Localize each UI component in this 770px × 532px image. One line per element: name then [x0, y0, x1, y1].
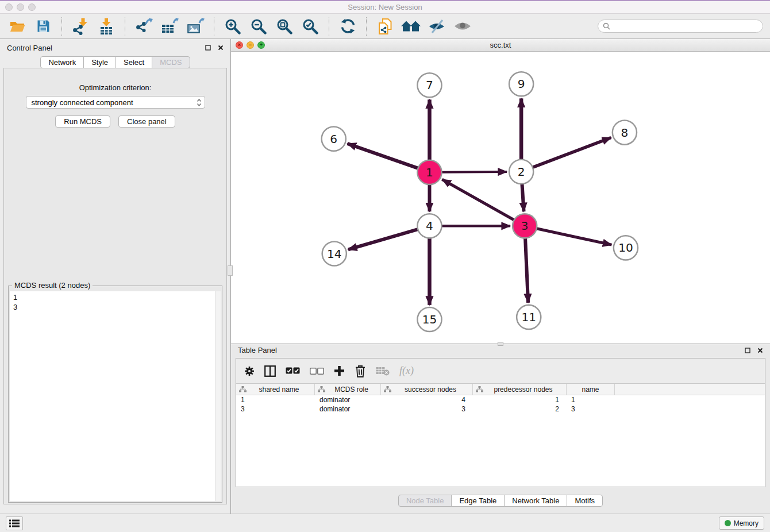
hide-graphics-details-button[interactable]	[426, 16, 447, 37]
table-row-1[interactable]: 1dominator411	[236, 395, 765, 404]
open-session-button[interactable]	[7, 16, 28, 37]
export-network-button[interactable]	[133, 16, 154, 37]
table-tab-edge-table[interactable]: Edge Table	[451, 495, 505, 507]
zoom-out-button[interactable]	[248, 16, 269, 37]
copy-style-button[interactable]	[375, 16, 395, 37]
cell-shared-name[interactable]: 1	[236, 396, 315, 404]
close-window-button[interactable]	[5, 3, 13, 11]
graph-edge-2-8[interactable]	[533, 138, 611, 168]
table-tab-node-table[interactable]: Node Table	[398, 495, 452, 507]
control-panel-float-button[interactable]	[205, 45, 211, 51]
copy-style-icon	[378, 18, 393, 34]
search-box[interactable]	[598, 20, 763, 33]
network-minimize-button[interactable]: −	[247, 41, 254, 49]
column-header-name[interactable]: name	[567, 384, 615, 395]
task-history-button[interactable]	[6, 516, 23, 530]
toolbar-separator	[61, 17, 62, 36]
application-window: Session: New Session	[0, 0, 770, 532]
graph-edge-2-3[interactable]	[522, 184, 523, 211]
column-header-shared-name[interactable]: shared name	[236, 384, 315, 395]
eye-icon	[454, 21, 471, 31]
function-builder-button[interactable]: f(x)	[399, 363, 414, 380]
control-panel-close-button[interactable]	[218, 45, 224, 51]
cell-successor-nodes[interactable]: 3	[381, 405, 473, 413]
column-label: predecessor nodes	[494, 385, 552, 394]
delete-column-button[interactable]	[355, 363, 366, 380]
columns-icon	[264, 365, 276, 377]
mcds-result-text[interactable]: 1 3	[10, 291, 221, 501]
status-bar: Memory	[0, 514, 770, 532]
main-toolbar	[0, 14, 770, 39]
minimize-window-button[interactable]	[17, 3, 24, 11]
panel-splitter-handle[interactable]	[228, 265, 233, 276]
table-settings-button[interactable]	[244, 363, 255, 380]
column-header-successor-nodes[interactable]: successor nodes	[381, 384, 473, 395]
network-graph[interactable]: 7968124314101511	[231, 52, 770, 344]
column-header-mcds-role[interactable]: MCDS role	[315, 384, 381, 395]
control-tab-mcds[interactable]: MCDS	[152, 56, 190, 68]
cell-name[interactable]: 1	[567, 396, 615, 404]
control-tab-select[interactable]: Select	[116, 56, 152, 68]
table-tab-motifs[interactable]: Motifs	[567, 495, 603, 507]
network-view-window: × − + scc.txt 7968124314101511	[231, 39, 770, 342]
mcds-result-scrollbar[interactable]	[215, 291, 221, 501]
graph-edge-3-10[interactable]	[537, 229, 612, 245]
deselect-all-button[interactable]	[310, 363, 324, 380]
network-canvas[interactable]: 7968124314101511	[231, 52, 770, 344]
graph-node-label-15: 15	[422, 313, 437, 326]
control-tab-network[interactable]: Network	[40, 56, 84, 68]
import-network-button[interactable]	[70, 16, 91, 37]
cell-predecessor-nodes[interactable]: 2	[473, 405, 567, 413]
table-panel-title: Table Panel	[238, 346, 277, 354]
table-panel-float-button[interactable]	[745, 348, 750, 353]
add-column-button[interactable]	[334, 363, 345, 380]
shared-column-icon	[318, 386, 325, 392]
network-maximize-button[interactable]: +	[257, 41, 265, 49]
cell-shared-name[interactable]: 3	[236, 405, 315, 413]
select-all-button[interactable]	[286, 363, 300, 380]
cell-successor-nodes[interactable]: 4	[381, 396, 473, 404]
cell-predecessor-nodes[interactable]: 1	[473, 396, 567, 404]
zoom-selected-button[interactable]	[300, 16, 321, 37]
export-table-button[interactable]	[159, 16, 180, 37]
graph-edge-4-14[interactable]	[348, 229, 418, 249]
close-mcds-panel-button[interactable]: Close panel	[118, 115, 175, 128]
close-icon	[757, 348, 763, 353]
run-mcds-button[interactable]: Run MCDS	[55, 115, 110, 128]
import-table-button[interactable]	[96, 16, 117, 37]
toolbar-separator	[329, 17, 329, 36]
graph-edge-1-2[interactable]	[442, 172, 507, 172]
cell-mcds-role[interactable]: dominator	[315, 396, 381, 404]
zoom-fit-button[interactable]	[274, 16, 295, 37]
zoom-window-button[interactable]	[28, 3, 36, 11]
mcds-action-buttons: Run MCDS Close panel	[8, 115, 222, 128]
network-close-button[interactable]: ×	[236, 41, 243, 49]
cell-mcds-role[interactable]: dominator	[315, 405, 381, 413]
column-header-predecessor-nodes[interactable]: predecessor nodes	[473, 384, 567, 395]
graph-edge-3-1[interactable]	[442, 179, 514, 220]
table-panel-close-button[interactable]	[757, 348, 763, 353]
control-tab-style[interactable]: Style	[83, 56, 116, 68]
graph-edge-3-11[interactable]	[525, 238, 528, 302]
table-row-2[interactable]: 3dominator323	[236, 404, 765, 414]
memory-button[interactable]: Memory	[719, 516, 764, 530]
search-icon	[603, 22, 610, 30]
optimization-criterion-value: strongly connected component	[32, 98, 133, 107]
search-input[interactable]	[613, 21, 758, 31]
show-graphics-details-button[interactable]	[452, 16, 473, 37]
delete-table-button[interactable]	[376, 363, 390, 380]
graph-edge-1-6[interactable]	[347, 144, 418, 168]
unchecked-boxes-icon	[310, 368, 324, 375]
plus-icon	[334, 365, 345, 376]
cell-name[interactable]: 3	[567, 405, 615, 413]
refresh-layout-button[interactable]	[337, 16, 358, 37]
save-session-button[interactable]	[33, 16, 53, 37]
home-layout-button[interactable]	[401, 16, 421, 37]
export-image-button[interactable]	[185, 16, 206, 37]
canvas-splitter-handle[interactable]	[498, 342, 503, 346]
table-tab-network-table[interactable]: Network Table	[504, 495, 567, 507]
control-panel-header: Control Panel	[0, 39, 230, 56]
zoom-in-button[interactable]	[222, 16, 243, 37]
optimization-criterion-select[interactable]: strongly connected component	[26, 96, 205, 109]
toggle-columns-button[interactable]	[264, 363, 276, 380]
